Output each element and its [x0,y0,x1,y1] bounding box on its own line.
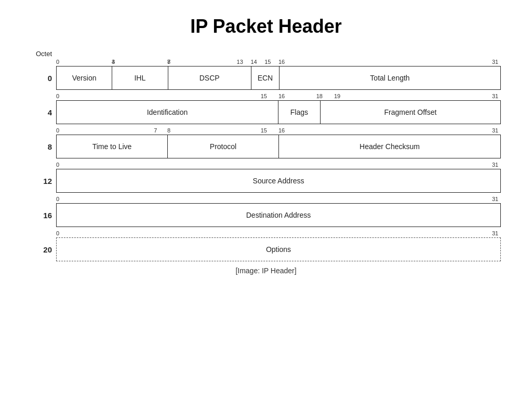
octet-label-20: 20 [31,237,56,261]
row-section-0: 0347813141516310VersionIHLDSCPECNTotal L… [31,59,501,90]
bit-marker-0-15: 15 [264,59,271,65]
bit-marker-4-18: 18 [316,93,323,99]
field-identification: Identification [57,101,278,124]
row-section-4: 015161819314IdentificationFlagsFragment … [31,93,501,124]
row-section-8: 0781516318Time to LiveProtocolHeader Che… [31,127,501,158]
row-section-12: 03112Source Address [31,162,501,193]
bit-marker-8-0: 0 [56,127,59,134]
field-dscp: DSCP [168,66,251,89]
bit-marker-4-31: 31 [492,93,498,99]
bit-marker-20-0: 0 [56,230,59,236]
bit-marker-0-4: 4 [112,59,115,65]
field-version: Version [57,66,112,89]
field-source-address: Source Address [57,169,500,192]
page-title: IP Packet Header [190,16,342,37]
bit-marker-0-0: 0 [56,59,59,65]
bit-marker-0-14: 14 [251,59,257,65]
bit-marker-0-31: 31 [492,59,498,65]
bit-marker-0-16: 16 [278,59,285,65]
bit-marker-8-15: 15 [261,127,267,134]
octet-label-8: 8 [31,135,56,158]
bit-marker-4-15: 15 [261,93,267,99]
bit-marker-8-31: 31 [492,127,498,134]
bit-marker-16-0: 0 [56,196,59,202]
bit-marker-0-8: 8 [167,59,170,65]
row-section-20: 03120Options [31,230,501,261]
bit-marker-12-0: 0 [56,162,59,168]
field-total-length: Total Length [280,66,500,89]
octet-label-16: 16 [31,203,56,227]
octet-label-12: 12 [31,169,56,193]
bit-marker-20-31: 31 [492,230,498,236]
octet-header-label: Octet [31,50,56,58]
field-fragment-offset: Fragment Offset [321,101,500,124]
row-section-16: 03116Destination Address [31,196,501,227]
octet-label-0: 0 [31,66,56,90]
field-ihl: IHL [112,66,168,89]
header-rows: 0347813141516310VersionIHLDSCPECNTotal L… [31,59,501,261]
bit-marker-8-16: 16 [278,127,285,134]
bit-marker-4-19: 19 [334,93,340,99]
field-protocol: Protocol [168,135,279,158]
octet-label-4: 4 [31,100,56,124]
bit-marker-12-31: 31 [492,162,498,168]
bit-marker-4-0: 0 [56,93,59,99]
field-flags: Flags [278,101,321,124]
field-header-checksum: Header Checksum [279,135,500,158]
field-time-to-live: Time to Live [57,135,168,158]
bit-marker-16-31: 31 [492,196,498,202]
bit-marker-8-7: 7 [154,127,157,134]
bit-marker-4-16: 16 [278,93,285,99]
bit-marker-8-8: 8 [167,127,170,134]
ip-header-diagram: Octet 0347813141516310VersionIHLDSCPECNT… [31,50,501,275]
field-ecn: ECN [251,66,280,89]
image-caption: [Image: IP Header] [31,267,501,275]
bit-marker-0-13: 13 [237,59,243,65]
field-options: Options [57,238,500,261]
field-destination-address: Destination Address [57,204,500,227]
